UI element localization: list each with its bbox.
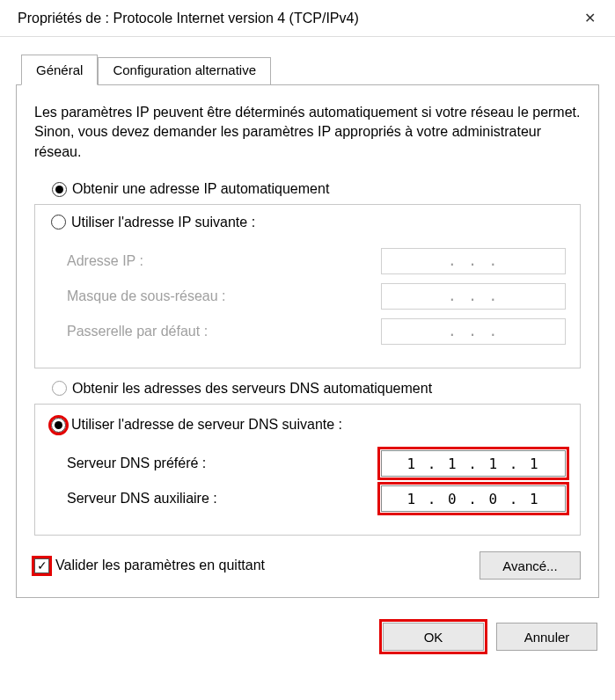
radio-dns-manual[interactable]: Utiliser l'adresse de serveur DNS suivan… — [51, 417, 348, 433]
ip-group-box: Utiliser l'adresse IP suivante : Adresse… — [34, 204, 581, 368]
titlebar: Propriétés de : Protocole Internet versi… — [0, 0, 615, 37]
intro-text: Les paramètres IP peuvent être déterminé… — [34, 103, 581, 162]
dns-section: Obtenir les adresses des serveurs DNS au… — [34, 381, 581, 536]
close-icon[interactable]: ✕ — [577, 6, 603, 30]
tab-panel: Les paramètres IP peuvent être déterminé… — [16, 84, 599, 598]
dns-alternate-row: Serveur DNS auxiliaire : 1 . 0 . 0 . 1 — [67, 485, 566, 512]
radio-dot-icon — [55, 186, 63, 193]
ip-section: Obtenir une adresse IP automatiquement U… — [34, 181, 581, 368]
checkbox[interactable]: ✓ — [34, 558, 49, 573]
subnet-mask-row: Masque de sous-réseau : . . . — [67, 283, 566, 310]
content-area: Général Configuration alternative Les pa… — [0, 37, 615, 667]
dns-preferred-input[interactable]: 1 . 1 . 1 . 1 — [381, 450, 566, 477]
field-label: Masque de sous-réseau : — [67, 288, 381, 304]
field-label: Adresse IP : — [67, 253, 381, 269]
validate-row: ✓ Valider les paramètres en quittant Ava… — [34, 551, 581, 580]
validate-checkbox-wrap[interactable]: ✓ Valider les paramètres en quittant — [34, 558, 265, 573]
field-label: Serveur DNS auxiliaire : — [67, 491, 381, 507]
validate-label: Valider les paramètres en quittant — [55, 558, 265, 573]
tab-alt-config[interactable]: Configuration alternative — [98, 57, 271, 84]
dns-alternate-input[interactable]: 1 . 0 . 0 . 1 — [381, 485, 566, 512]
ip-address-row: Adresse IP : . . . — [67, 248, 566, 274]
gateway-row: Passerelle par défaut : . . . — [67, 318, 566, 345]
advanced-button[interactable]: Avancé... — [480, 551, 581, 580]
field-label: Serveur DNS préféré : — [67, 456, 381, 471]
tab-strip: Général Configuration alternative — [21, 55, 599, 84]
radio-dns-auto[interactable]: Obtenir les adresses des serveurs DNS au… — [52, 381, 581, 397]
radio-ip-auto[interactable]: Obtenir une adresse IP automatiquement — [52, 181, 581, 197]
radio-ip-manual[interactable]: Utiliser l'adresse IP suivante : — [51, 215, 260, 230]
subnet-mask-input: . . . — [381, 283, 566, 310]
field-label: Passerelle par défaut : — [67, 324, 381, 339]
ip-address-input: . . . — [381, 248, 566, 274]
cancel-button[interactable]: Annuler — [496, 623, 597, 651]
radio-label: Obtenir une adresse IP automatiquement — [72, 181, 329, 197]
radio-label: Utiliser l'adresse IP suivante : — [71, 215, 255, 230]
radio-dot-icon — [55, 421, 62, 429]
gateway-input: . . . — [381, 318, 566, 345]
footer-buttons: OK Annuler — [16, 623, 599, 651]
radio-label: Utiliser l'adresse de serveur DNS suivan… — [71, 417, 342, 433]
ok-button[interactable]: OK — [383, 623, 484, 651]
tab-general[interactable]: Général — [21, 55, 98, 85]
dns-group-box: Utiliser l'adresse de serveur DNS suivan… — [34, 404, 581, 536]
window-title: Propriétés de : Protocole Internet versi… — [18, 11, 359, 26]
check-icon: ✓ — [37, 559, 48, 572]
dns-preferred-row: Serveur DNS préféré : 1 . 1 . 1 . 1 — [67, 450, 566, 477]
radio-label: Obtenir les adresses des serveurs DNS au… — [72, 381, 432, 397]
